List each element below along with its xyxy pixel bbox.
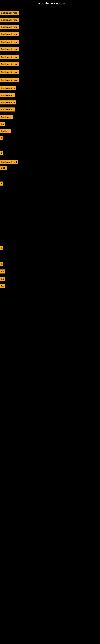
bottleneck-badge[interactable]: Bottleneck resu: [0, 11, 19, 15]
bottleneck-badge[interactable]: B: [0, 246, 3, 250]
bottleneck-item: Bottleneck re: [0, 100, 16, 104]
bottleneck-badge[interactable]: Bottleneck resu: [0, 62, 19, 66]
bottleneck-item: B: [0, 246, 3, 250]
bottleneck-badge[interactable]: B: [0, 136, 3, 140]
bottleneck-item: [0, 254, 0, 258]
bottleneck-item: Bottleneck resu: [0, 55, 19, 59]
bottleneck-item: Bottleneck r: [0, 94, 15, 98]
bottleneck-item: Bo: [0, 270, 5, 274]
bottleneck-badge[interactable]: Bottleneck resu: [0, 25, 19, 29]
bottleneck-item: B: [0, 136, 3, 140]
bottleneck-item: Bottleneck resu: [0, 40, 19, 44]
bottleneck-badge[interactable]: B: [0, 151, 3, 155]
bottleneck-item: Bottleneck resu: [0, 25, 19, 29]
bottleneck-badge[interactable]: Bottle: [0, 129, 11, 133]
bottleneck-badge[interactable]: Bottleneck re: [0, 86, 16, 90]
bottleneck-badge[interactable]: Bottleneck resu: [0, 47, 19, 51]
bottleneck-item: [0, 292, 0, 296]
bottleneck-badge[interactable]: Bottleneck resu: [0, 40, 19, 44]
line-indicator: [0, 292, 0, 296]
bottleneck-item: B: [0, 151, 3, 155]
bottleneck-item: Bottleneck resu: [0, 70, 19, 74]
bottleneck-item: Bott: [0, 166, 7, 170]
bottleneck-item: Bo: [0, 122, 5, 126]
bottleneck-item: B: [0, 262, 3, 266]
line-indicator: [0, 254, 0, 258]
bottleneck-badge[interactable]: Bottleneck resu: [0, 78, 19, 82]
bottleneck-badge[interactable]: Bo: [0, 270, 5, 274]
bottleneck-item: B: [0, 182, 3, 186]
bottleneck-badge[interactable]: B: [0, 262, 3, 266]
bottleneck-item: Bottlene: [0, 115, 13, 119]
bottleneck-item: Bottle: [0, 129, 11, 133]
bottleneck-item: Bo: [0, 277, 5, 281]
bottleneck-result-main[interactable]: Bottleneck rest: [0, 160, 18, 164]
bottleneck-item: Bottleneck resu: [0, 78, 19, 82]
bottleneck-badge-main[interactable]: Bottleneck rest: [0, 160, 18, 164]
bottleneck-item: Bottleneck resu: [0, 32, 19, 36]
bottleneck-badge[interactable]: Bo: [0, 284, 5, 288]
bottleneck-item: Bottleneck resu: [0, 47, 19, 51]
bottleneck-badge[interactable]: Bottleneck resu: [0, 55, 19, 59]
bottleneck-badge[interactable]: Bottleneck r: [0, 108, 15, 112]
bottleneck-badge[interactable]: Bottleneck resu: [0, 32, 19, 36]
bottleneck-item: Bottleneck r: [0, 108, 15, 112]
bottleneck-item: Bo: [0, 284, 5, 288]
bottleneck-badge[interactable]: Bottleneck re: [0, 100, 16, 104]
bottleneck-item: Bottleneck resu: [0, 18, 19, 22]
bottleneck-badge[interactable]: Bottleneck resu: [0, 70, 19, 74]
bottleneck-badge[interactable]: Bottleneck r: [0, 94, 15, 98]
bottleneck-badge[interactable]: Bottlene: [0, 115, 13, 119]
bottleneck-item: Bottleneck re: [0, 86, 16, 90]
site-title: TheBottlenecker.com: [0, 0, 100, 7]
bottleneck-item: Bottleneck resu: [0, 62, 19, 66]
bottleneck-badge[interactable]: Bottleneck resu: [0, 18, 19, 22]
bottleneck-badge[interactable]: Bo: [0, 122, 5, 126]
bottleneck-badge[interactable]: B: [0, 182, 3, 186]
bottleneck-item: Bottleneck resu: [0, 11, 19, 15]
bottleneck-badge[interactable]: Bott: [0, 166, 7, 170]
bottleneck-badge[interactable]: Bo: [0, 277, 5, 281]
